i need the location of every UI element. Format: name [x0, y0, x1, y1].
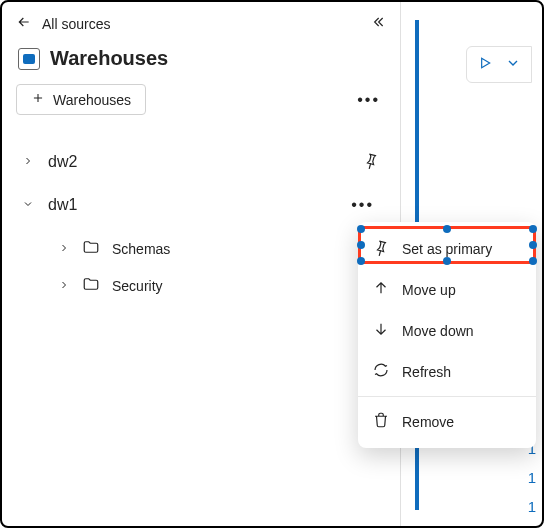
menu-move-down[interactable]: Move down — [358, 310, 536, 351]
pin-icon — [372, 238, 390, 259]
menu-set-primary[interactable]: Set as primary — [358, 228, 536, 269]
run-toolbar — [466, 46, 532, 83]
menu-remove[interactable]: Remove — [358, 401, 536, 442]
tree-item-label: dw1 — [48, 196, 77, 214]
chevron-right-icon — [58, 278, 70, 294]
menu-item-label: Move down — [402, 323, 474, 339]
toolbar: Warehouses ••• — [16, 84, 386, 115]
menu-refresh[interactable]: Refresh — [358, 351, 536, 392]
run-dropdown-button[interactable] — [505, 55, 521, 74]
add-warehouse-button[interactable]: Warehouses — [16, 84, 146, 115]
tree-item-dw2[interactable]: dw2 — [16, 143, 386, 180]
tree-item-dw1[interactable]: dw1 ••• — [16, 184, 386, 226]
tree-item-label: dw2 — [48, 153, 77, 171]
tree-item-label: Security — [112, 278, 163, 294]
add-button-label: Warehouses — [53, 92, 131, 108]
tree-item-label: Schemas — [112, 241, 170, 257]
sidebar: All sources Warehouses Warehouses ••• — [2, 2, 400, 526]
tree-item-schemas[interactable]: Schemas — [52, 230, 386, 267]
warehouse-icon — [18, 48, 40, 70]
menu-item-label: Remove — [402, 414, 454, 430]
refresh-icon — [372, 361, 390, 382]
menu-item-label: Refresh — [402, 364, 451, 380]
collapse-sidebar-button[interactable] — [370, 14, 386, 33]
folder-icon — [82, 238, 100, 259]
back-label: All sources — [42, 16, 110, 32]
context-menu: Set as primary Move up Move down Refresh — [358, 222, 536, 448]
chevron-down-icon — [22, 197, 34, 213]
topbar: All sources — [16, 14, 386, 33]
page-title-row: Warehouses — [16, 43, 386, 74]
pin-button[interactable] — [362, 151, 380, 172]
menu-item-label: Set as primary — [402, 241, 492, 257]
line-number: 1 — [528, 498, 536, 515]
folder-icon — [82, 275, 100, 296]
chevron-right-icon — [58, 241, 70, 257]
page-title: Warehouses — [50, 47, 168, 70]
tree-item-security[interactable]: Security — [52, 267, 386, 304]
trash-icon — [372, 411, 390, 432]
back-button[interactable]: All sources — [16, 14, 110, 33]
line-number: 1 — [528, 469, 536, 486]
menu-separator — [358, 396, 536, 397]
tree-item-more-button[interactable]: ••• — [345, 192, 380, 218]
subtree: Schemas Security — [52, 230, 386, 304]
tree: dw2 dw1 ••• — [16, 143, 386, 304]
arrow-up-icon — [372, 279, 390, 300]
chevron-right-icon — [22, 154, 34, 170]
menu-move-up[interactable]: Move up — [358, 269, 536, 310]
arrow-down-icon — [372, 320, 390, 341]
toolbar-more-button[interactable]: ••• — [351, 87, 386, 113]
arrow-left-icon — [16, 14, 32, 33]
run-button[interactable] — [477, 55, 493, 74]
plus-icon — [31, 91, 45, 108]
menu-item-label: Move up — [402, 282, 456, 298]
